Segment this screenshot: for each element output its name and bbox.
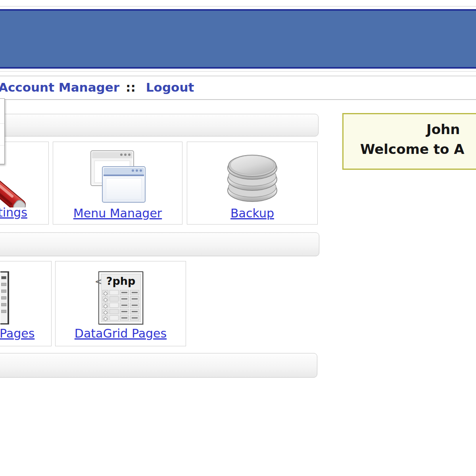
grid-document-icon[interactable] [0, 271, 9, 324]
datagrid-pages-link[interactable]: DataGrid Pages [56, 326, 186, 340]
content-top-border [0, 99, 476, 100]
welcome-user-name: John [426, 121, 460, 137]
pages-link[interactable]: Pages [0, 326, 35, 340]
section-bar-3 [0, 353, 317, 378]
database-icon[interactable] [226, 149, 279, 203]
left-edge-panel [0, 98, 5, 164]
nav-link-account-manager[interactable]: Account Manager [0, 80, 119, 94]
datagrid-cells [102, 290, 139, 321]
nav-separator: :: [126, 80, 136, 94]
header-banner [0, 9, 476, 69]
section-bar-2 [0, 232, 319, 256]
windows-icon[interactable] [90, 150, 146, 203]
menu-manager-link[interactable]: Menu Manager [53, 206, 182, 220]
card-datagrid-pages: < ?php DataGrid Pages [55, 261, 186, 346]
top-nav: Account Manager::Logout [0, 80, 194, 94]
php-label: ?php [101, 275, 140, 287]
settings-link[interactable]: tings [0, 205, 27, 219]
card-pages: Pages [0, 261, 52, 346]
front-window [102, 166, 146, 203]
top-divider [0, 6, 476, 7]
section-bar-1 [0, 114, 319, 136]
page: Account Manager::Logout tings [0, 0, 476, 476]
card-backup: Backup [187, 142, 318, 225]
card-menu-manager: Menu Manager [53, 142, 182, 225]
welcome-message: Welcome to A [360, 141, 464, 157]
nav-link-logout[interactable]: Logout [146, 80, 194, 94]
header-divider-1 [0, 71, 476, 72]
header-divider-2 [0, 75, 476, 77]
backup-link[interactable]: Backup [187, 206, 317, 220]
settings-tool-icon[interactable] [0, 156, 34, 207]
welcome-box: John Welcome to A [342, 113, 476, 170]
panel-separator-2 [0, 145, 4, 146]
card-settings: tings [0, 142, 49, 225]
php-datagrid-icon[interactable]: < ?php [98, 271, 143, 324]
panel-separator-1 [0, 123, 4, 124]
